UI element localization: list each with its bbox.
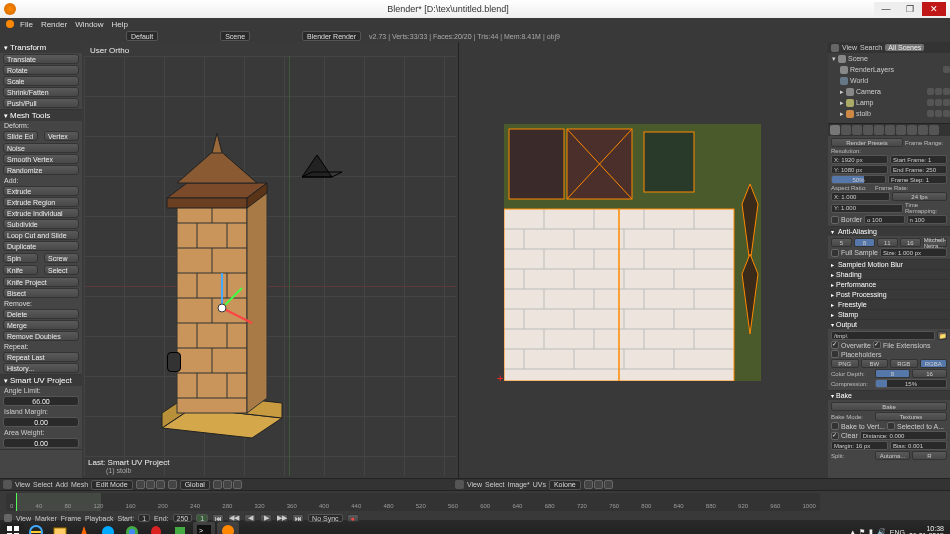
menu-help[interactable]: Help: [112, 20, 128, 29]
window-minimize-button[interactable]: —: [874, 2, 898, 16]
uv-pin-icon[interactable]: [584, 480, 593, 489]
aa-size-field[interactable]: Size: 1.000 px: [880, 248, 947, 257]
mesh-tools-header[interactable]: Mesh Tools: [0, 110, 82, 121]
file-ext-checkbox[interactable]: [873, 341, 881, 349]
tree-camera[interactable]: ▸Camera: [828, 86, 950, 97]
tab-constraints[interactable]: [885, 125, 895, 135]
scale-button[interactable]: Scale: [3, 76, 79, 86]
depth-8-button[interactable]: 8: [875, 369, 910, 378]
uv-texture-image[interactable]: [504, 124, 761, 381]
tab-world[interactable]: [863, 125, 873, 135]
start-button[interactable]: [2, 523, 24, 534]
bake-mode-dropdown[interactable]: Textures: [875, 412, 947, 421]
bisect-button[interactable]: Bisect: [3, 288, 79, 298]
translate-button[interactable]: Translate: [3, 54, 79, 64]
sync-dropdown[interactable]: No Sync: [308, 514, 342, 522]
selected-to-active-checkbox[interactable]: [887, 422, 895, 430]
auto-key-icon[interactable]: ●: [347, 514, 359, 522]
subdivide-button[interactable]: Subdivide: [3, 219, 79, 229]
info-editor-icon[interactable]: [6, 20, 14, 28]
outliner-editor-icon[interactable]: [831, 44, 839, 52]
uv-uvs-menu[interactable]: UVs: [533, 481, 546, 488]
view3d-select-menu[interactable]: Select: [33, 481, 52, 488]
loop-cut-button[interactable]: Loop Cut and Slide: [3, 230, 79, 240]
snap-icon[interactable]: [223, 480, 232, 489]
language-indicator[interactable]: ENG: [890, 529, 905, 535]
image-dropdown[interactable]: Kolone: [549, 480, 581, 490]
split-r-button[interactable]: R: [912, 451, 947, 460]
tree-world[interactable]: World: [828, 75, 950, 86]
timeline-track[interactable]: 0408012016020024028032036040044048052056…: [6, 493, 820, 511]
post-processing-header[interactable]: Post Processing: [828, 289, 950, 299]
aa-filter-dropdown[interactable]: Mitchell-Netra...: [923, 238, 947, 247]
compression-slider[interactable]: 15%: [875, 379, 947, 388]
action-center-icon[interactable]: ⚑: [859, 528, 865, 534]
sel-edge-icon[interactable]: [146, 480, 155, 489]
output-path-field[interactable]: /tmp\: [831, 331, 935, 340]
rotate-button[interactable]: Rotate: [3, 65, 79, 75]
outliner-search-menu[interactable]: Search: [860, 44, 882, 51]
tab-material[interactable]: [918, 125, 928, 135]
uv-snap-icon[interactable]: [594, 480, 603, 489]
placeholders-checkbox[interactable]: [831, 350, 839, 358]
browse-folder-icon[interactable]: 📁: [937, 331, 947, 340]
operator-header[interactable]: Smart UV Project: [0, 375, 82, 386]
duplicate-button[interactable]: Duplicate: [3, 241, 79, 251]
mode-dropdown[interactable]: Edit Mode: [91, 480, 133, 490]
uv-editor-icon[interactable]: [455, 480, 464, 489]
aa-5-button[interactable]: 5: [831, 238, 852, 247]
depth-16-button[interactable]: 16: [912, 369, 947, 378]
tab-render[interactable]: [830, 125, 840, 135]
ie-icon[interactable]: [25, 522, 47, 534]
tl-start-field[interactable]: 1: [138, 514, 150, 522]
uv-view-menu[interactable]: View: [467, 481, 482, 488]
view3d-add-menu[interactable]: Add: [56, 481, 68, 488]
extrude-button[interactable]: Extrude: [3, 186, 79, 196]
format-dropdown[interactable]: PNG: [831, 359, 859, 368]
extrude-individual-button[interactable]: Extrude Individual: [3, 208, 79, 218]
chrome-icon[interactable]: [121, 522, 143, 534]
cmd-icon[interactable]: >_: [193, 522, 215, 534]
tl-end-field[interactable]: 250: [173, 514, 193, 522]
shading-icon[interactable]: [168, 480, 177, 489]
end-frame-field[interactable]: End Frame: 250: [890, 165, 947, 174]
tray-up-icon[interactable]: ▴: [851, 528, 855, 534]
jump-end-icon[interactable]: ⏭: [292, 514, 304, 522]
knife-project-button[interactable]: Knife Project: [3, 277, 79, 287]
prev-key-icon[interactable]: ◀◀: [228, 514, 240, 522]
rgba-button[interactable]: RGBA: [920, 359, 948, 368]
shading-header[interactable]: Shading: [828, 269, 950, 279]
tab-data[interactable]: [907, 125, 917, 135]
tree-scene[interactable]: ▾Scene: [828, 53, 950, 64]
margin-field[interactable]: Margin: 16 px: [831, 441, 888, 450]
remap-old-field[interactable]: o 100: [864, 215, 905, 224]
clear-checkbox[interactable]: [831, 432, 839, 440]
res-pct-slider[interactable]: 50%: [831, 175, 886, 184]
skype-icon[interactable]: [97, 522, 119, 534]
jump-start-icon[interactable]: ⏮: [212, 514, 224, 522]
motion-blur-header[interactable]: Sampled Motion Blur: [828, 259, 950, 269]
island-margin-field[interactable]: 0.00: [3, 417, 79, 427]
shrink-fatten-button[interactable]: Shrink/Fatten: [3, 87, 79, 97]
anti-aliasing-header[interactable]: Anti-Aliasing: [828, 226, 950, 236]
frame-step-field[interactable]: Frame Step: 1: [888, 175, 947, 184]
performance-header[interactable]: Performance: [828, 279, 950, 289]
res-y-field[interactable]: Y: 1080 px: [831, 165, 888, 174]
view3d-editor-icon[interactable]: [3, 480, 12, 489]
split-auto-button[interactable]: Automa...: [875, 451, 910, 460]
outliner-filter[interactable]: All Scenes: [885, 44, 924, 51]
tl-marker-menu[interactable]: Marker: [35, 515, 57, 522]
next-key-icon[interactable]: ▶▶: [276, 514, 288, 522]
layout-dropdown[interactable]: Default: [126, 31, 158, 41]
aa-8-button[interactable]: 8: [854, 238, 875, 247]
app-icon[interactable]: [169, 522, 191, 534]
tab-modifiers[interactable]: [896, 125, 906, 135]
slide-edge-button[interactable]: Slide Ed: [3, 131, 38, 141]
bw-button[interactable]: BW: [861, 359, 889, 368]
border-checkbox[interactable]: [831, 216, 839, 224]
window-close-button[interactable]: ✕: [922, 2, 946, 16]
view3d-mesh-menu[interactable]: Mesh: [71, 481, 88, 488]
tree-object[interactable]: ▸stolb: [828, 108, 950, 119]
uv-sync-icon[interactable]: [604, 480, 613, 489]
aspect-x-field[interactable]: X: 1.000: [831, 192, 890, 201]
